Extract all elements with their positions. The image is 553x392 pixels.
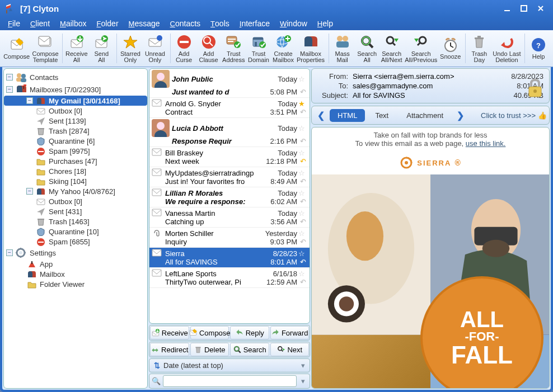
tab-text[interactable]: Text — [367, 109, 396, 122]
tab-html[interactable]: HTML — [330, 109, 365, 122]
message-row[interactable]: Lucia D AbbottToday☆Response Requir2:16 … — [149, 118, 310, 147]
tree-folder[interactable]: Sent [431] — [4, 206, 147, 216]
menu-mailbox[interactable]: Mailbox — [55, 18, 91, 29]
star-icon[interactable]: ☆ — [298, 249, 307, 258]
message-row[interactable]: Morten SchillerYesterday☆Inquiry9:03 PM↶ — [149, 228, 310, 248]
star-icon[interactable]: ☆ — [298, 209, 307, 218]
maximize-button[interactable] — [516, 2, 532, 15]
tree-folder[interactable]: Quarantine [10] — [4, 226, 147, 237]
menu-interface[interactable]: Interface — [235, 18, 274, 29]
message-row[interactable]: Arnold G. SnyderToday★Contract3:51 PM↶ — [149, 98, 310, 118]
tree-folder[interactable]: Trash [1463] — [4, 216, 147, 226]
toolbar-star[interactable]: Starred Only — [118, 31, 143, 65]
toolbar-search-next[interactable]: Search All/Next — [379, 31, 404, 65]
dropdown-icon[interactable]: ▾ — [299, 377, 307, 385]
tree-folder[interactable]: Trash [2874] — [4, 126, 147, 136]
tree-contacts[interactable]: − Contacts — [4, 71, 147, 83]
menu-help[interactable]: Help — [313, 18, 338, 29]
tab-attachment[interactable]: Attachment — [399, 109, 451, 122]
toolbar-snooze[interactable]: Snooze — [438, 31, 463, 65]
prev-arrow[interactable]: ❮ — [314, 108, 327, 122]
toolbar-undo[interactable]: Undo Last Deletion — [491, 31, 522, 65]
list-btn-receive[interactable]: Receive — [150, 326, 189, 339]
tree-folder[interactable]: Chores [18] — [4, 166, 147, 176]
search-input[interactable] — [163, 375, 297, 387]
toolbar-receive[interactable]: Receive All — [64, 31, 89, 65]
tree-settings-item[interactable]: Folder Viewer — [4, 279, 147, 289]
message-body[interactable]: Take on fall with top brands for less To… — [311, 127, 550, 389]
tree-account[interactable]: −My Yahoo [4/0/8762] — [4, 186, 147, 196]
toolbar-unread[interactable]: Unread Only — [143, 31, 167, 65]
toolbar-mb-props[interactable]: Mailbox Properties — [296, 31, 326, 65]
list-btn-redirect[interactable]: Redirect — [150, 343, 189, 356]
list-btn-next[interactable]: Next — [270, 343, 310, 356]
menu-file[interactable]: File — [3, 18, 25, 29]
collapse-icon[interactable]: − — [6, 74, 13, 81]
toolbar-trust-addr[interactable]: Trust Address — [221, 31, 246, 65]
collapse-icon[interactable]: − — [26, 188, 33, 195]
menu-tools[interactable]: Tools — [206, 18, 234, 29]
message-row[interactable]: Sierra8/28/23☆All for SAVINGS8:01 AM↶ — [149, 248, 310, 268]
next-arrow[interactable]: ❯ — [453, 108, 467, 122]
toolbar-clause[interactable]: Add Clause — [196, 31, 221, 65]
list-btn-search[interactable]: Search — [230, 343, 269, 356]
tree-account[interactable]: −My Gmail [3/0/14168] — [4, 96, 147, 106]
trust-link[interactable]: Click to trust >>>👍 — [481, 111, 547, 120]
toolbar-curse[interactable]: Add Curse — [172, 31, 196, 65]
list-btn-compose[interactable]: Compose — [190, 326, 229, 339]
message-row[interactable]: Vanessa MartinToday☆Catching up3:56 AM↶ — [149, 207, 310, 228]
menu-contacts[interactable]: Contacts — [166, 18, 205, 29]
toolbar-search-prev[interactable]: Search All/Previous — [404, 31, 438, 65]
collapse-icon[interactable]: − — [6, 86, 13, 93]
toolbar-trust-dom[interactable]: Trust Domain — [246, 31, 271, 65]
collapse-icon[interactable]: − — [6, 249, 13, 256]
close-button[interactable] — [533, 2, 549, 15]
message-row[interactable]: MyUpdates@sierratradingpToday☆Just in! Y… — [149, 167, 310, 187]
toolbar-send[interactable]: Send All — [89, 31, 114, 65]
toolbar-help[interactable]: ?Help — [526, 31, 551, 65]
tree-mailboxes[interactable]: − Mailboxes [7/0/22930] — [4, 83, 147, 96]
toolbar-trash-day[interactable]: Trash Day — [467, 31, 491, 65]
toolbar-create-mb[interactable]: Create Mailbox — [271, 31, 296, 65]
dropdown-icon[interactable]: ▾ — [301, 361, 305, 370]
tree-settings-item[interactable]: App — [4, 259, 147, 269]
message-row[interactable]: John PublicToday☆Just wanted to d5:08 PM… — [149, 69, 310, 98]
tree-folder[interactable]: Spam [6855] — [4, 237, 147, 247]
message-row[interactable]: LeftLane Sports6/16/18☆ThirtyTwo outerwe… — [149, 268, 310, 288]
list-btn-delete[interactable]: Delete — [190, 343, 229, 356]
minimize-button[interactable] — [499, 2, 515, 15]
star-icon[interactable]: ☆ — [298, 270, 307, 278]
collapse-icon[interactable]: − — [26, 97, 33, 104]
tree-folder[interactable]: Skiing [104] — [4, 176, 147, 186]
list-btn-reply[interactable]: Reply — [230, 326, 269, 339]
tree-folder[interactable]: Outbox [0] — [4, 106, 147, 116]
menu-message[interactable]: Message — [124, 18, 165, 29]
star-icon[interactable]: ★ — [298, 100, 307, 108]
menu-window[interactable]: Window — [275, 18, 312, 29]
star-icon[interactable]: ☆ — [298, 75, 307, 83]
sort-bar[interactable]: ⇅ Date (latest at top) ▾ — [149, 358, 310, 372]
nav-tree[interactable]: − Contacts − Mailboxes [7/0/22930] −My G… — [3, 68, 148, 389]
tree-folder[interactable]: Purchases [47] — [4, 156, 147, 166]
toolbar-compose[interactable]: Compose — [2, 31, 31, 65]
star-icon[interactable]: ☆ — [298, 169, 307, 177]
toolbar-mass[interactable]: Mass Mail — [330, 31, 355, 65]
tree-settings[interactable]: − Settings — [4, 247, 147, 259]
tree-folder[interactable]: Quarantine [6] — [4, 136, 147, 146]
menu-folder[interactable]: Folder — [92, 18, 123, 29]
tree-folder[interactable]: Spam [9975] — [4, 146, 147, 156]
tree-folder[interactable]: Outbox [0] — [4, 196, 147, 206]
tree-folder[interactable]: Sent [1139] — [4, 116, 147, 126]
toolbar-template[interactable]: Compose Template — [31, 31, 59, 65]
tree-settings-item[interactable]: Mailbox — [4, 269, 147, 279]
message-list[interactable]: John PublicToday☆Just wanted to d5:08 PM… — [149, 68, 310, 324]
view-web-link[interactable]: use this link. — [466, 139, 506, 148]
toolbar-search[interactable]: Search All — [355, 31, 379, 65]
star-icon[interactable]: ☆ — [298, 229, 307, 238]
message-row[interactable]: Lillian R MoralesToday☆We require a resp… — [149, 187, 310, 207]
star-icon[interactable]: ☆ — [298, 124, 307, 133]
menu-client[interactable]: Client — [26, 18, 54, 29]
star-icon[interactable]: ☆ — [298, 149, 307, 157]
star-icon[interactable]: ☆ — [298, 189, 307, 197]
message-row[interactable]: Bill BraskeyToday☆Next week12:18 PM↶ — [149, 147, 310, 167]
